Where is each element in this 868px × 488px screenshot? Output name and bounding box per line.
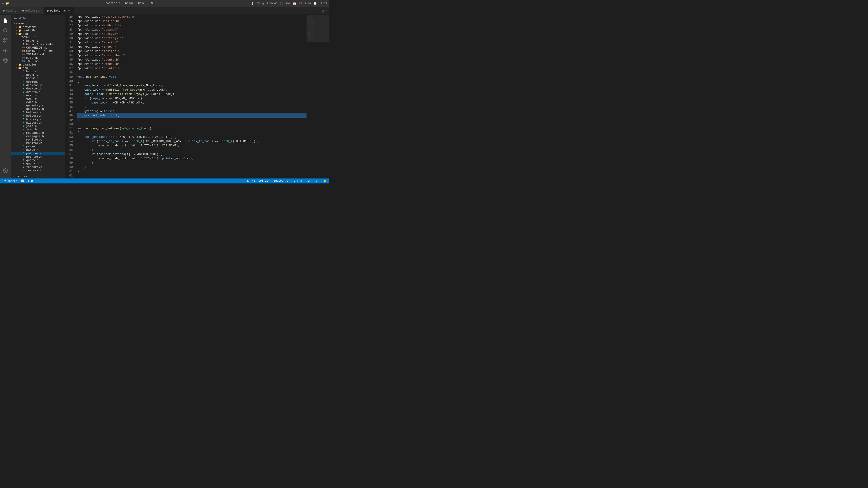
activity-debug[interactable] (1, 46, 9, 55)
sidebar-item-parse-h[interactable]: H parse.h (11, 148, 65, 152)
sidebar-item-bspwm-h[interactable]: H bspwm.h (11, 76, 65, 80)
tab-helpers-h[interactable]: helpers.h (20, 7, 44, 14)
sidebar-item-restore-h[interactable]: H restore.h (11, 169, 65, 172)
item-label: query.c (26, 159, 39, 162)
folder-arrow: ▶ (14, 29, 18, 32)
sidebar-item-doc[interactable]: ▼ 📂 doc (11, 32, 65, 36)
folder-icon[interactable]: 📁 (6, 2, 9, 5)
item-label: desktop.h (26, 87, 42, 90)
eol[interactable]: LF (306, 180, 311, 183)
sidebar-item-desktop-h[interactable]: H desktop.h (11, 87, 65, 90)
language-mode[interactable]: C (315, 180, 318, 183)
main-layout: EXPLORER ▼ BSPWM ▶ 📁 artworks ▶ 📁 contri… (0, 15, 329, 178)
sidebar-item-monitor-c[interactable]: C monitor.c (11, 138, 65, 141)
outline-section[interactable]: ▶ OUTLINE (11, 174, 65, 178)
tab-pointer-c[interactable]: pointer.c ✕ (44, 7, 74, 14)
code-line-47: grabbing = false; (77, 109, 307, 113)
sidebar-item-geometry-c[interactable]: C geometry.c (11, 104, 65, 107)
sidebar-item-helpers-h[interactable]: H helpers.h (11, 114, 65, 118)
file-c-icon: C (22, 159, 25, 162)
sidebar-item-restore-c[interactable]: C restore.c (11, 165, 65, 169)
tab-bspc-c[interactable]: bspc.c (0, 7, 20, 14)
split-editor-icon[interactable]: ⊟ (322, 9, 323, 13)
sidebar-item-jsmn-h[interactable]: H jsmn.h (11, 128, 65, 131)
sidebar-item-common-h[interactable]: H common.h (11, 80, 65, 84)
git-branch[interactable]: ⎇ master (2, 180, 18, 183)
root-folder[interactable]: ▼ BSPWM (11, 21, 65, 26)
sidebar-item-ewmh-c[interactable]: C ewmh.c (11, 97, 65, 101)
no-arrow (18, 60, 22, 63)
sidebar-item-pointer-c[interactable]: C pointer.c (11, 152, 65, 155)
sidebar-item-bspwm1ascii[interactable]: A bspwm.1.asciidoc (11, 42, 65, 46)
no-arrow (18, 53, 22, 56)
sidebar-item-artworks[interactable]: ▶ 📁 artworks (11, 26, 65, 29)
sidebar-item-geometry-h[interactable]: H geometry.h (11, 107, 65, 111)
item-label: desktop.c (26, 84, 42, 87)
headphone-icon: 🎧 (280, 2, 283, 5)
sidebar-item-examples[interactable]: ▶ 📁 examples (11, 63, 65, 66)
sidebar-item-bspc-c[interactable]: C bspc.c (11, 70, 65, 73)
svg-point-0 (4, 29, 7, 32)
item-label: bspwm.1.asciidoc (26, 43, 55, 46)
sidebar-item-changelog[interactable]: MD CHANGELOG.md (11, 46, 65, 50)
sidebar-item-messages-h[interactable]: H messages.h (11, 135, 65, 138)
feedback-icon[interactable]: 🔔 (322, 180, 327, 183)
file-h-icon: H (22, 121, 25, 125)
sidebar-item-ewmh-h[interactable]: H ewmh.h (11, 101, 65, 104)
sidebar-item-messages-c[interactable]: C messages.c (11, 131, 65, 135)
sidebar-item-bspwm1[interactable]: TXT bspwm.1 (11, 39, 65, 42)
cursor-position[interactable]: Ln 48, Col 22 (246, 180, 269, 183)
sidebar-item-src[interactable]: ▼ 📂 src (11, 66, 65, 70)
sidebar-item-contributing[interactable]: MD CONTRIBUTING.md (11, 50, 65, 53)
no-arrow (18, 141, 22, 145)
sidebar-item-desktop-c[interactable]: C desktop.c (11, 84, 65, 87)
code-line-33: "pp">#include "monitor.h" (77, 49, 307, 53)
sidebar-item-events-c[interactable]: C events.c (11, 90, 65, 94)
encoding[interactable]: UTF-8 (293, 180, 303, 183)
sidebar-item-pointer-h[interactable]: H pointer.h (11, 155, 65, 159)
activity-explorer[interactable] (1, 17, 9, 25)
file-h-icon: H (22, 155, 25, 159)
sidebar-item-install[interactable]: MD INSTALL.md (11, 53, 65, 56)
sidebar-item-bspwm-c[interactable]: C bspwm.c (11, 73, 65, 76)
sidebar-item-history-c[interactable]: C history.c (11, 118, 65, 121)
item-label: pointer.c (26, 152, 42, 155)
sidebar-item-jsmn-c[interactable]: C jsmn.c (11, 125, 65, 128)
indentation[interactable]: Spaces: 2 (273, 180, 289, 183)
sidebar-item-bspc1[interactable]: TXT bspc.1 (11, 36, 65, 39)
activity-source-control[interactable] (1, 36, 9, 44)
sync-icon[interactable]: 🔄 (20, 180, 25, 183)
terminal-icon[interactable]: ⌨ (2, 2, 4, 5)
sidebar-item-history-h[interactable]: H history.h (11, 121, 65, 125)
warnings-count[interactable]: ⚠ 0 (35, 180, 42, 183)
code-lines[interactable]: "pp">#include <xcb/xcb_keysyms.h>"pp">#i… (76, 15, 307, 178)
sidebar-item-events-h[interactable]: H events.h (11, 94, 65, 97)
memory-indicator: ▦ (263, 2, 264, 5)
sidebar-item-parse-c[interactable]: C parse.c (11, 145, 65, 148)
minimap-viewport (307, 15, 329, 42)
no-arrow (18, 80, 22, 84)
folder-arrow: ▼ (14, 32, 18, 36)
sidebar-item-monitor-h[interactable]: H monitor.h (11, 141, 65, 145)
item-label: INSTALL.md (26, 53, 44, 56)
errors-count[interactable]: ⊘ 0 (27, 180, 34, 183)
activity-settings[interactable] (1, 167, 9, 175)
code-editor[interactable]: 2526272829303132333435363738394041424344… (65, 15, 307, 178)
activity-extensions[interactable] (1, 56, 9, 64)
sidebar-item-query-c[interactable]: C query.c (11, 159, 65, 162)
tab-close-button[interactable]: ✕ (67, 9, 71, 13)
sidebar-item-helpers-c[interactable]: C helpers.c (11, 111, 65, 114)
sidebar-item-query-h[interactable]: H query.h (11, 162, 65, 165)
more-actions-icon[interactable]: ⋯ (326, 9, 327, 13)
file-h-icon: H (22, 162, 25, 165)
item-label: bspwm.h (26, 76, 39, 80)
activity-search[interactable] (1, 26, 9, 35)
ln-col: Ln 48, Col 22 (247, 180, 268, 183)
item-label: doc (23, 32, 28, 36)
code-line-32: "pp">#include "tree.h" (77, 45, 307, 49)
sidebar-item-todo[interactable]: MD TODO.md (11, 60, 65, 63)
sidebar-item-contrib[interactable]: ▶ 📁 contrib (11, 29, 65, 32)
no-arrow (18, 94, 22, 97)
titlebar-title: pointer.c — bspwm — Code — OSS (9, 2, 251, 5)
sidebar-item-misc[interactable]: MD MISC.md (11, 56, 65, 60)
